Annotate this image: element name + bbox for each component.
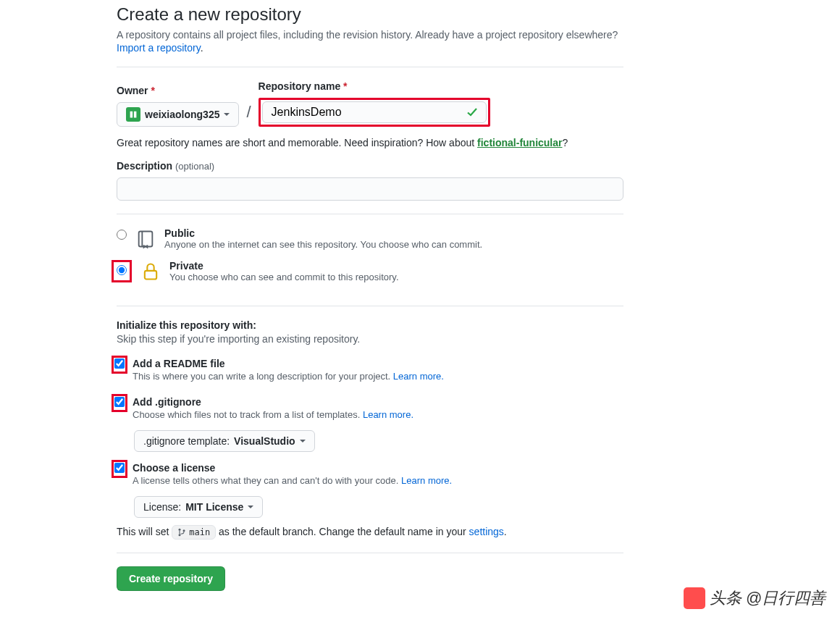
repo-name-highlight [259,98,490,127]
import-repository-link[interactable]: Import a repository [117,42,201,54]
repo-name-hint: Great repository names are short and mem… [117,137,623,148]
slash-separator: / [246,103,251,127]
create-repository-button[interactable]: Create repository [117,566,225,591]
license-desc: A license tells others what they can and… [133,475,452,486]
owner-select-button[interactable]: weixiaolong325 [117,102,239,127]
license-dd-value: MIT License [185,501,243,513]
readme-title: Add a README file [133,358,444,369]
gitignore-dd-label: .gitignore template: [143,435,230,447]
gitignore-template-dropdown[interactable]: .gitignore template: VisualStudio [134,430,315,452]
license-checkbox-highlight [112,460,127,478]
gitignore-dd-value: VisualStudio [234,435,295,447]
init-heading: Initialize this repository with: [117,319,623,331]
visibility-private-radio[interactable] [117,265,127,275]
divider [117,214,623,214]
repo-icon [135,229,156,249]
watermark: 头条 @日行四善 [684,587,826,591]
page-subtitle: A repository contains all project files,… [117,29,623,41]
private-title: Private [169,260,399,272]
required-icon: * [343,80,347,92]
init-skip-text: Skip this step if you're importing an ex… [117,333,623,345]
gitignore-learn-more-link[interactable]: Learn more. [363,409,413,420]
svg-rect-0 [139,232,153,247]
divider [117,306,623,306]
lock-icon [140,261,161,282]
gitignore-desc: Choose which files not to track from a l… [133,409,413,420]
private-desc: You choose who can see and commit to thi… [169,272,399,282]
svg-rect-1 [145,271,156,280]
repo-suggestion-link[interactable]: fictional-funicular [477,137,562,148]
readme-desc: This is where you can write a long descr… [133,371,444,382]
repo-name-label: Repository name * [259,80,348,92]
gitignore-checkbox[interactable] [114,397,125,407]
gitignore-title: Add .gitignore [133,396,413,408]
svg-point-4 [183,529,185,532]
divider [117,67,623,67]
watermark-text: 头条 @日行四善 [710,587,826,591]
caret-down-icon [248,506,253,508]
gitignore-checkbox-highlight [112,394,127,412]
owner-avatar-icon [126,107,140,122]
license-dd-label: License: [143,501,181,513]
divider [117,553,623,553]
license-dropdown[interactable]: License: MIT License [134,496,263,518]
readme-checkbox[interactable] [114,358,125,369]
check-icon [466,106,478,118]
description-input[interactable] [117,177,623,201]
git-branch-icon [177,528,186,537]
branch-badge: main [172,525,216,540]
readme-checkbox-highlight [112,356,127,374]
license-learn-more-link[interactable]: Learn more. [401,475,452,486]
svg-point-2 [179,529,181,531]
svg-point-3 [179,534,181,536]
owner-label: Owner * [117,85,155,96]
license-title: Choose a license [133,462,452,474]
watermark-logo-icon [684,587,705,591]
description-label: Description (optional) [117,160,214,172]
page-title: Create a new repository [117,4,623,25]
subtitle-text: A repository contains all project files,… [117,29,618,41]
caret-down-icon [300,440,306,442]
default-branch-line: This will set main as the default branch… [117,525,623,540]
readme-learn-more-link[interactable]: Learn more. [393,371,444,382]
private-radio-highlight [112,260,132,282]
license-checkbox[interactable] [114,463,125,473]
owner-selected-text: weixiaolong325 [145,109,219,120]
settings-link[interactable]: settings [469,526,504,537]
public-desc: Anyone on the internet can see this repo… [164,239,482,250]
required-icon: * [151,85,154,96]
caret-down-icon [224,113,230,116]
repo-name-input[interactable] [262,101,487,123]
public-title: Public [164,227,482,239]
branch-name: main [189,527,210,537]
visibility-public-radio[interactable] [117,230,127,240]
